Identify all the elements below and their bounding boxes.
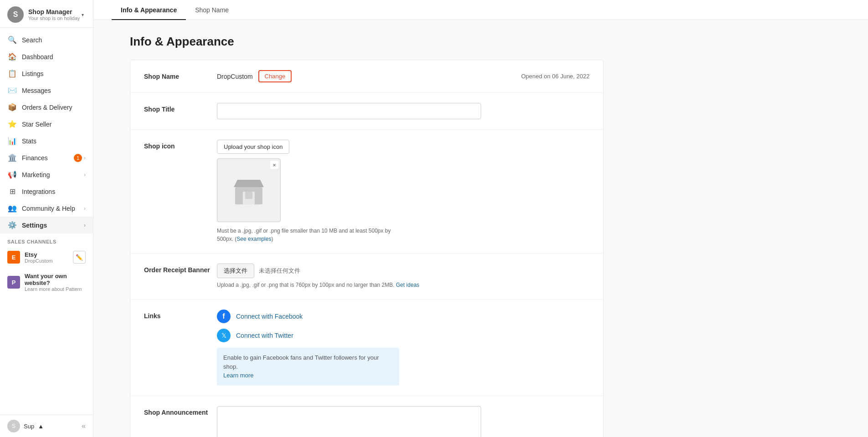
finances-badge: 1 (74, 154, 82, 162)
etsy-channel[interactable]: E Etsy DropCustom ✏️ (0, 246, 93, 268)
sidebar-item-listings-label: Listings (22, 70, 86, 77)
links-label: Links (144, 310, 217, 320)
shop-icon-label: Shop icon (144, 140, 217, 150)
svg-marker-1 (234, 180, 264, 187)
links-section: f Connect with Facebook 𝕏 Connect with T… (217, 310, 590, 386)
shop-manager-title: Shop Manager (28, 8, 80, 16)
pattern-channel-info: Want your own website? Learn more about … (25, 273, 86, 292)
shop-status: Your shop is on holiday (28, 15, 80, 21)
tab-shop-name[interactable]: Shop Name (186, 0, 238, 20)
marketing-icon: 📢 (7, 170, 17, 179)
shop-announcement-row: Shop Announcement (130, 396, 603, 437)
sidebar-item-integrations[interactable]: ⊞ Integrations (0, 183, 93, 200)
sidebar-footer: S Sup ▲ « (0, 415, 93, 437)
change-shop-name-button[interactable]: Change (258, 70, 292, 82)
pattern-icon: P (7, 276, 20, 289)
sidebar-header[interactable]: S Shop Manager Your shop is on holiday ▾ (0, 0, 93, 28)
shop-title-input[interactable] (217, 103, 481, 119)
user-avatar: S (7, 420, 20, 432)
shop-opened-date: Opened on 06 June, 2022 (521, 73, 590, 80)
sidebar-item-listings[interactable]: 📋 Listings (0, 65, 93, 82)
sidebar-item-community[interactable]: 👥 Community & Help › (0, 200, 93, 217)
icon-help-text: Must be a .jpg, .gif or .png file smalle… (217, 227, 399, 243)
page-body: Info & Appearance Shop Name DropCustom C… (93, 20, 640, 437)
sidebar-item-messages-label: Messages (22, 87, 86, 94)
shop-placeholder-svg (233, 174, 265, 206)
etsy-icon: E (7, 251, 20, 264)
main-content: Info & Appearance Shop Name Info & Appea… (93, 0, 868, 437)
twitter-icon: 𝕏 (217, 329, 231, 342)
shop-announcement-label: Shop Announcement (144, 406, 217, 416)
order-receipt-field: 选择文件 未选择任何文件 Upload a .jpg, .gif or .png… (217, 264, 590, 289)
shop-avatar: S (7, 6, 24, 23)
links-row: Links f Connect with Facebook 𝕏 Connect … (130, 300, 603, 396)
sidebar-nav: 🔍 Search 🏠 Dashboard 📋 Listings ✉️ Messa… (0, 28, 93, 415)
sidebar-item-orders-label: Orders & Delivery (22, 104, 86, 111)
etsy-channel-info: Etsy DropCustom (25, 251, 73, 264)
facebook-icon: f (217, 310, 231, 323)
search-icon: 🔍 (7, 36, 17, 44)
user-chevron: ▲ (38, 423, 44, 430)
collapse-button[interactable]: « (82, 422, 86, 430)
sidebar-item-orders[interactable]: 📦 Orders & Delivery (0, 99, 93, 116)
order-receipt-label: Order Receipt Banner (144, 264, 217, 274)
connect-twitter-link[interactable]: Connect with Twitter (236, 332, 293, 339)
sidebar-item-messages[interactable]: ✉️ Messages (0, 82, 93, 99)
sidebar-footer-user: S Sup ▲ (7, 420, 44, 432)
dropdown-icon[interactable]: ▾ (82, 12, 84, 17)
finances-arrow: › (84, 155, 86, 161)
links-field: f Connect with Facebook 𝕏 Connect with T… (217, 310, 590, 386)
sidebar-item-settings-label: Settings (22, 222, 84, 229)
sidebar-item-star-seller-label: Star Seller (22, 121, 86, 128)
sidebar-item-search-label: Search (22, 36, 86, 44)
choose-file-button[interactable]: 选择文件 (217, 264, 254, 278)
sidebar-item-finances[interactable]: 🏛️ Finances 1 › (0, 149, 93, 166)
sidebar-item-search[interactable]: 🔍 Search (0, 31, 93, 48)
facebook-link-row: f Connect with Facebook (217, 310, 590, 323)
shop-announcement-textarea[interactable] (217, 406, 481, 437)
sidebar-item-finances-label: Finances (22, 154, 74, 162)
etsy-channel-sub: DropCustom (25, 258, 73, 264)
social-info-text: Enable to gain Facebook fans and Twitter… (223, 354, 379, 370)
tab-info-appearance[interactable]: Info & Appearance (112, 0, 186, 20)
shop-name-field: DropCustom Change Opened on 06 June, 202… (217, 70, 590, 82)
home-icon: 🏠 (7, 52, 17, 61)
info-card: Shop Name DropCustom Change Opened on 06… (130, 60, 604, 437)
sidebar-item-star-seller[interactable]: ⭐ Star Seller (0, 116, 93, 132)
shop-icon-row: Shop icon Upload your shop icon × (130, 130, 603, 254)
sidebar-item-integrations-label: Integrations (22, 188, 86, 195)
sidebar-item-stats-label: Stats (22, 137, 86, 145)
shop-icon-field: Upload your shop icon × Must be a .jpg, … (217, 140, 590, 243)
footer-username: Sup (24, 423, 34, 430)
sidebar-item-settings[interactable]: ⚙️ Settings › (0, 217, 93, 234)
upload-icon-button[interactable]: Upload your shop icon (217, 140, 289, 154)
pattern-channel-name: Want your own website? (25, 273, 86, 286)
file-input-area: 选择文件 未选择任何文件 (217, 264, 590, 278)
shop-title-label: Shop Title (144, 103, 217, 113)
page-title: Info & Appearance (130, 35, 604, 49)
sidebar-item-marketing[interactable]: 📢 Marketing › (0, 166, 93, 183)
top-tabs: Info & Appearance Shop Name (93, 0, 868, 20)
svg-rect-3 (245, 192, 252, 199)
shop-name-label: Shop Name (144, 70, 217, 80)
etsy-edit-button[interactable]: ✏️ (73, 251, 86, 264)
learn-more-link[interactable]: Learn more (223, 372, 253, 379)
sales-channels-label: SALES CHANNELS (0, 234, 93, 246)
sidebar-item-stats[interactable]: 📊 Stats (0, 132, 93, 149)
community-icon: 👥 (7, 204, 17, 213)
pattern-channel[interactable]: P Want your own website? Learn more abou… (0, 268, 93, 296)
stats-icon: 📊 (7, 137, 17, 145)
sidebar-item-dashboard[interactable]: 🏠 Dashboard (0, 48, 93, 65)
integrations-icon: ⊞ (7, 187, 17, 196)
star-icon: ⭐ (7, 120, 17, 128)
connect-facebook-link[interactable]: Connect with Facebook (236, 313, 303, 320)
messages-icon: ✉️ (7, 86, 17, 95)
shop-name-row: Shop Name DropCustom Change Opened on 06… (130, 60, 603, 93)
see-examples-link[interactable]: See examples (236, 236, 271, 242)
banner-help-text: Upload a .jpg, .gif or .png that is 760p… (217, 281, 590, 289)
shop-announcement-field (217, 406, 590, 437)
icon-preview-close-button[interactable]: × (270, 161, 278, 169)
finances-icon: 🏛️ (7, 153, 17, 162)
sidebar-item-dashboard-label: Dashboard (22, 53, 86, 61)
get-ideas-link[interactable]: Get ideas (396, 282, 419, 288)
